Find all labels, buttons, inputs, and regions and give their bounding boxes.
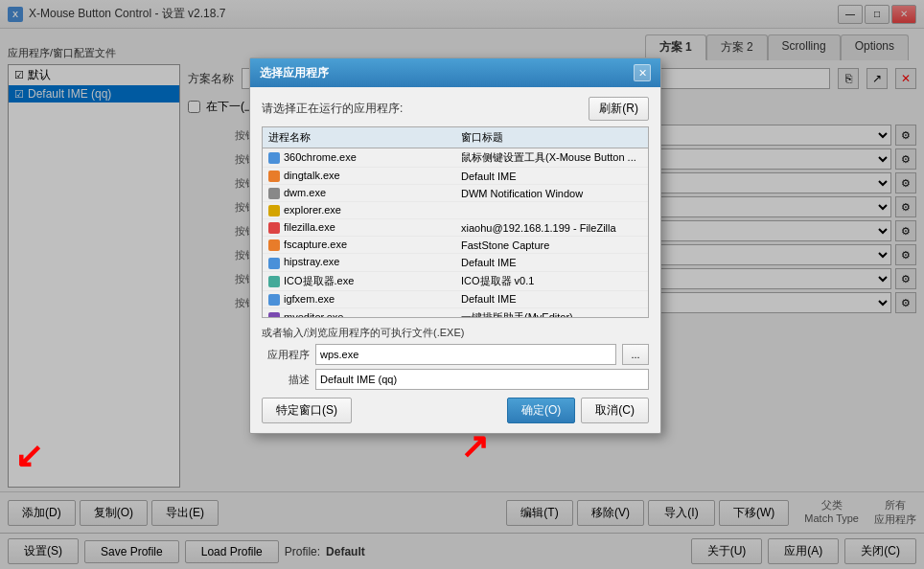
arrow-indicator-2: ↗ [460,426,489,467]
process-row[interactable]: explorer.exe [263,202,648,219]
desc-input[interactable] [315,369,649,390]
process-row[interactable]: igfxem.exe Default IME [263,290,648,307]
process-col-header: 进程名称 [263,127,455,148]
exe-label: 应用程序 [262,348,310,362]
exe-field-row: 应用程序 ... [262,344,649,365]
dialog-content: 请选择正在运行的应用程序: 刷新(R) 进程名称 窗口标题 360chrome.… [250,87,660,433]
process-row[interactable]: dingtalk.exe Default IME [263,168,648,185]
ok-button[interactable]: 确定(O) [507,398,575,423]
cancel-button[interactable]: 取消(C) [581,398,649,423]
dialog-buttons-row: 特定窗口(S) 确定(O) 取消(C) [262,398,649,423]
select-application-dialog: 选择应用程序 ✕ 请选择正在运行的应用程序: 刷新(R) 进程名称 窗口标题 [249,57,661,434]
process-row[interactable]: hipstray.exe Default IME [263,254,648,271]
dialog-refresh-button[interactable]: 刷新(R) [589,97,649,121]
process-table-container[interactable]: 进程名称 窗口标题 360chrome.exe 鼠标侧键设置工具(X-Mouse… [262,126,649,318]
process-row[interactable]: myeditor.exe 一键排版助手(MyEditor) [263,307,648,318]
dialog-title-bar: 选择应用程序 ✕ [250,58,660,87]
modal-overlay: 选择应用程序 ✕ 请选择正在运行的应用程序: 刷新(R) 进程名称 窗口标题 [0,0,924,569]
process-row[interactable]: fscapture.exe FastStone Capture [263,237,648,254]
special-window-button[interactable]: 特定窗口(S) [262,398,352,423]
browse-button[interactable]: ... [622,344,649,365]
dialog-close-button[interactable]: ✕ [634,64,651,81]
arrow-indicator-1: ↙ [14,436,43,476]
desc-label: 描述 [262,373,310,387]
process-row[interactable]: filezilla.exe xiaohu@192.168.1.199 - Fil… [263,219,648,237]
window-col-header: 窗口标题 [455,127,648,148]
process-table: 进程名称 窗口标题 360chrome.exe 鼠标侧键设置工具(X-Mouse… [263,127,648,318]
process-row[interactable]: dwm.exe DWM Notification Window [263,185,648,202]
process-row[interactable]: ICO提取器.exe ICO提取器 v0.1 [263,271,648,290]
dialog-instruction: 请选择正在运行的应用程序: [262,101,403,117]
exe-section-label: 或者输入/浏览应用程序的可执行文件(.EXE) [262,326,649,340]
dialog-title: 选择应用程序 [260,65,329,81]
process-row[interactable]: 360chrome.exe 鼠标侧键设置工具(X-Mouse Button ..… [263,148,648,168]
desc-field-row: 描述 [262,369,649,390]
exe-input[interactable] [315,344,616,365]
